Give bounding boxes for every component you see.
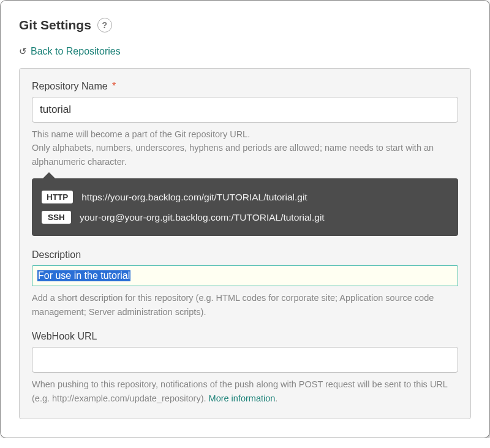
help-icon[interactable]: ? <box>97 18 112 32</box>
repo-name-input[interactable] <box>32 97 458 123</box>
webhook-input[interactable] <box>32 347 458 373</box>
ssh-url-text: your-org@your-org.git.backlog.com:/TUTOR… <box>80 212 325 223</box>
http-url-row: HTTP https://your-org.backlog.com/git/TU… <box>42 187 448 207</box>
webhook-hint: When pushing to this repository, notific… <box>32 378 458 405</box>
title-row: Git Settings ? <box>19 18 471 32</box>
settings-panel: Git Settings ? ↺ Back to Repositories Re… <box>0 0 490 438</box>
http-badge: HTTP <box>42 191 73 203</box>
url-preview-wrapper: HTTP https://your-org.backlog.com/git/TU… <box>32 178 458 236</box>
description-input[interactable]: For use in the tutorial <box>32 265 458 286</box>
repo-name-label: Repository Name * <box>32 81 458 92</box>
repo-name-group: Repository Name * This name will become … <box>32 81 458 236</box>
description-label: Description <box>32 249 458 260</box>
url-preview-box: HTTP https://your-org.backlog.com/git/TU… <box>32 178 458 236</box>
form-container: Repository Name * This name will become … <box>19 68 471 419</box>
back-arrow-icon: ↺ <box>19 46 27 57</box>
webhook-group: WebHook URL When pushing to this reposit… <box>32 331 458 405</box>
webhook-label: WebHook URL <box>32 331 458 342</box>
description-hint: Add a short description for this reposit… <box>32 291 458 319</box>
tooltip-arrow-icon <box>43 172 55 178</box>
webhook-hint-suffix: . <box>275 393 277 403</box>
repo-name-label-text: Repository Name <box>32 81 108 91</box>
more-information-link[interactable]: More information <box>209 393 276 403</box>
http-url-text: https://your-org.backlog.com/git/TUTORIA… <box>81 192 307 203</box>
ssh-badge: SSH <box>42 211 71 224</box>
description-selected-text: For use in the tutorial <box>37 270 130 281</box>
back-link[interactable]: Back to Repositories <box>31 46 121 57</box>
ssh-url-row: SSH your-org@your-org.git.backlog.com:/T… <box>42 207 448 227</box>
repo-name-hint: This name will become a part of the Git … <box>32 127 458 169</box>
back-row: ↺ Back to Repositories <box>19 46 471 57</box>
page-title: Git Settings <box>19 18 91 32</box>
required-asterisk-icon: * <box>112 81 116 91</box>
description-group: Description For use in the tutorial Add … <box>32 249 458 319</box>
